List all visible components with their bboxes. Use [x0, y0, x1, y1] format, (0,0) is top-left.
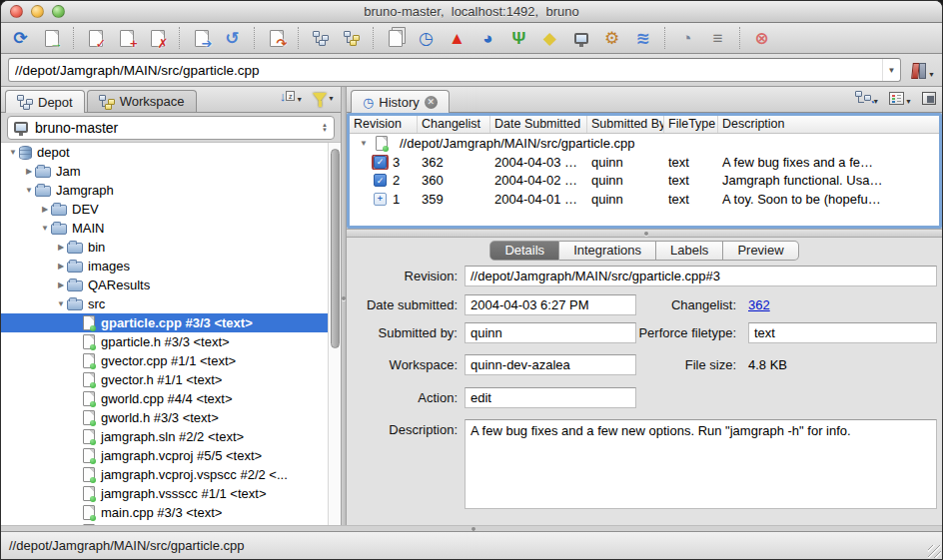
tree-row[interactable]: gvector.h #1/1 <text> — [1, 370, 341, 389]
column-header-description[interactable]: Description — [718, 116, 939, 133]
tree-row[interactable]: ▶bin — [1, 238, 341, 257]
perforce-filetype-value[interactable]: text — [748, 322, 937, 343]
submitted-by-value[interactable]: quinn — [465, 322, 636, 343]
resize-grip[interactable] — [928, 545, 941, 558]
add-file-icon[interactable]: + — [113, 25, 140, 51]
workspace-icon[interactable] — [567, 25, 594, 51]
label-icon[interactable]: ◆ — [536, 25, 563, 51]
get-latest-revision-icon[interactable]: → — [38, 25, 65, 51]
tab-history[interactable]: ◷ History ✕ — [351, 90, 450, 113]
disclosure-closed-icon[interactable]: ▶ — [39, 205, 51, 214]
log-icon[interactable]: ≡ — [704, 25, 731, 51]
address-input[interactable] — [9, 63, 882, 78]
connection-select[interactable]: bruno-master ▲▼ — [7, 116, 335, 140]
disclosure-closed-icon[interactable]: ▶ — [55, 262, 67, 271]
details-tab-integrations[interactable]: Integrations — [559, 241, 656, 261]
revision-value[interactable]: //depot/Jamgraph/MAIN/src/gparticle.cpp#… — [465, 266, 937, 286]
history-file-row[interactable]: ▼ //depot/Jamgraph/MAIN/src/gparticle.cp… — [350, 134, 939, 153]
tab-workspace[interactable]: Workspace — [87, 90, 197, 112]
history-icon[interactable]: ◷ — [413, 25, 440, 51]
toggle-preview-pane-button[interactable] — [922, 92, 936, 105]
tree-scrollbar[interactable] — [328, 143, 341, 525]
history-row[interactable]: ✓33622004-04-03 …quinntextA few bug fixe… — [350, 153, 939, 172]
details-tab-details[interactable]: Details — [489, 241, 559, 261]
description-value[interactable]: A few bug fixes and a few new options. R… — [465, 419, 937, 509]
tree-row[interactable]: ▶Jam — [1, 162, 341, 181]
depot-tree-icon — [17, 95, 33, 109]
tree-row[interactable]: ▼src — [1, 294, 341, 313]
tree-row[interactable]: ▶images — [1, 257, 341, 276]
tree-item-label: DEV — [72, 202, 99, 217]
details-tab-labels[interactable]: Labels — [656, 241, 723, 261]
filter-button[interactable]: ▼ — [313, 93, 335, 102]
column-header-filetype[interactable]: FileType — [664, 116, 718, 133]
streams-icon[interactable]: ≋ — [629, 25, 656, 51]
history-row[interactable]: ✓23602004-04-02 …quinntextJamgraph funct… — [350, 172, 939, 191]
column-header-date-submitted[interactable]: Date Submitted — [490, 116, 587, 133]
tree-row[interactable]: gworld.cpp #4/4 <text> — [1, 389, 341, 408]
tree-row[interactable]: gvector.cpp #1/1 <text> — [1, 351, 341, 370]
tree-row[interactable]: gparticle.h #3/3 <text> — [1, 332, 341, 351]
column-header-submitted-by[interactable]: Submitted By — [587, 116, 664, 133]
disclosure-open-icon[interactable]: ▼ — [55, 299, 67, 308]
dashboard-icon[interactable]: ◔ — [673, 25, 700, 51]
refresh-icon[interactable]: ⟳ — [7, 25, 34, 51]
tree-row[interactable]: gworld.h #3/3 <text> — [1, 408, 341, 427]
close-window-button[interactable] — [10, 5, 23, 18]
tree-row[interactable]: jamgraph.vcproj.vspscc #2/2 <... — [1, 465, 341, 484]
disclosure-closed-icon[interactable]: ▶ — [23, 167, 35, 176]
tree-scrollbar-thumb[interactable] — [331, 149, 340, 348]
revision-graph-icon[interactable]: ▲ — [444, 25, 471, 51]
details-tab-preview[interactable]: Preview — [723, 241, 798, 261]
revision-cell: ✓2 — [350, 173, 418, 188]
delete-file-icon[interactable]: ✗ — [144, 25, 171, 51]
stop-icon[interactable]: ⊗ — [748, 25, 775, 51]
submit-icon[interactable]: ➔ — [188, 25, 215, 51]
disclosure-open-icon[interactable]: ▼ — [7, 148, 19, 157]
disclosure-open-icon[interactable]: ▼ — [358, 139, 370, 148]
horizontal-splitter[interactable] — [347, 229, 942, 238]
diff-icon[interactable]: ↷ — [263, 25, 290, 51]
administration-icon[interactable]: ⚙ — [598, 25, 625, 51]
disclosure-closed-icon[interactable]: ▶ — [55, 243, 67, 252]
tree-row[interactable]: main.cpp #3/3 <text> — [1, 503, 341, 522]
sort-button[interactable]: ↓ z ▼ — [280, 91, 303, 103]
tree-row[interactable]: jamgraph.vssscc #1/1 <text> — [1, 484, 341, 503]
date-submitted-value[interactable]: 2004-04-03 6:27 PM — [465, 294, 636, 315]
revert-icon[interactable]: ↺ — [219, 25, 246, 51]
branch-icon[interactable]: Ψ — [505, 25, 532, 51]
zoom-window-button[interactable] — [52, 5, 65, 18]
disclosure-closed-icon[interactable]: ▶ — [55, 280, 67, 289]
copy-icon[interactable] — [382, 25, 409, 51]
tree-row[interactable]: ▶DEV — [1, 200, 341, 219]
merge-icon[interactable] — [338, 25, 365, 51]
graph-view-button[interactable]: ◔ ▼ — [855, 91, 879, 105]
tree-row[interactable]: jamgraph.vcproj #5/5 <text> — [1, 446, 341, 465]
changelist-link[interactable]: 362 — [748, 294, 770, 315]
action-value[interactable]: edit — [465, 387, 636, 408]
column-header-revision[interactable]: Revision — [350, 116, 418, 133]
tree-row[interactable]: ▶QAResults — [1, 276, 341, 294]
close-tab-icon[interactable]: ✕ — [425, 96, 438, 109]
tree-row[interactable]: gparticle.cpp #3/3 <text> — [1, 313, 341, 332]
left-panel: Depot Workspace ↓ z ▼ ▼ — [1, 87, 341, 525]
bookmarks-button[interactable]: ▼ — [909, 62, 935, 78]
address-dropdown-icon[interactable]: ▼ — [882, 59, 900, 81]
columns-button[interactable]: ▼ — [889, 92, 912, 105]
tree-row[interactable]: jamgraph.sln #2/2 <text> — [1, 427, 341, 446]
tree-row[interactable]: ▼MAIN — [1, 219, 341, 238]
tab-depot[interactable]: Depot — [5, 90, 85, 113]
tree-row[interactable]: ▼Jamgraph — [1, 181, 341, 200]
stop-icon: ⊗ — [754, 30, 768, 47]
tree-row[interactable]: ▼depot — [1, 143, 341, 162]
disclosure-open-icon[interactable]: ▼ — [23, 186, 35, 195]
column-header-changelist[interactable]: Changelist — [418, 116, 490, 133]
workspace-value[interactable]: quinn-dev-azalea — [465, 354, 636, 375]
timelapse-view-icon[interactable]: ◕ — [474, 25, 501, 51]
history-row[interactable]: +13592004-04-01 …quinntextA toy. Soon to… — [350, 190, 939, 209]
disclosure-open-icon[interactable]: ▼ — [39, 224, 51, 233]
branch-mapping-icon[interactable] — [307, 25, 334, 51]
minimize-window-button[interactable] — [31, 5, 44, 18]
checkout-icon[interactable]: ✓ — [82, 25, 109, 51]
title-bar[interactable]: bruno-master, localhost:1492, bruno — [1, 1, 942, 23]
